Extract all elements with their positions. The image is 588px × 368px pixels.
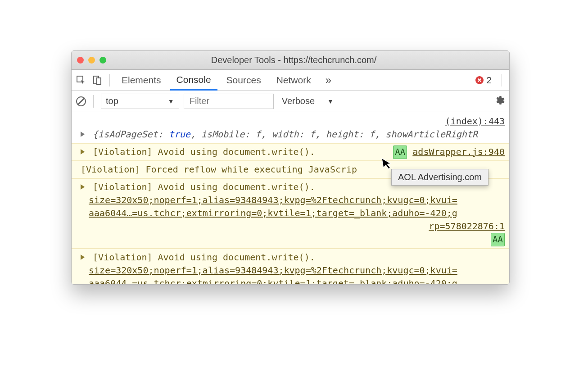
source-link[interactable]: size=320x50;noperf=1;alias=93484943;kvpg… (81, 264, 505, 277)
source-link[interactable]: aaa6044…=us.tchcr;extmirroring=0;kvtile=… (81, 277, 505, 284)
tab-elements[interactable]: Elements (115, 70, 167, 90)
tabs-overflow-icon[interactable]: » (320, 74, 337, 86)
settings-icon[interactable] (494, 95, 505, 108)
close-icon[interactable] (77, 57, 84, 64)
inspect-element-icon[interactable] (74, 73, 88, 87)
chevron-down-icon: ▼ (327, 98, 334, 105)
tab-sources[interactable]: Sources (220, 70, 267, 90)
devtools-window: Developer Tools - https://techcrunch.com… (71, 50, 510, 285)
log-row[interactable]: [Violation] Avoid using document.write()… (72, 178, 509, 249)
source-link[interactable]: rp=578022876:1 (81, 220, 505, 233)
badge-tooltip: AOL Advertising.com (391, 169, 488, 186)
expand-arrow-icon[interactable] (81, 184, 85, 190)
divider (93, 95, 94, 108)
tab-network[interactable]: Network (270, 70, 317, 90)
thirdparty-badge[interactable]: AA (491, 233, 505, 246)
source-link[interactable]: (index):443 (445, 115, 505, 128)
error-count-badge[interactable]: 2 (475, 75, 496, 86)
expand-arrow-icon[interactable] (81, 149, 85, 154)
tab-console[interactable]: Console (170, 70, 217, 91)
log-row[interactable]: (index):443 {isAdPageSet: true, isMobile… (72, 112, 509, 143)
device-toggle-icon[interactable] (90, 73, 104, 87)
source-link[interactable]: adsWrapper.js:940 (412, 146, 505, 157)
expand-arrow-icon[interactable] (81, 254, 85, 260)
log-message: [Violation] Avoid using document.write()… (93, 146, 315, 157)
log-message: [Violation] Avoid using document.write()… (93, 252, 315, 263)
svg-rect-2 (97, 78, 101, 85)
clear-console-icon[interactable] (76, 96, 86, 106)
tabbar: Elements Console Sources Network » 2 (72, 70, 509, 91)
log-message: [Violation] Avoid using document.write()… (93, 182, 315, 192)
error-count: 2 (486, 75, 492, 86)
log-row[interactable]: AA adsWrapper.js:940 [Violation] Avoid u… (72, 143, 509, 161)
context-value: top (106, 96, 118, 106)
divider (109, 74, 110, 86)
log-level-value: Verbose (282, 96, 315, 106)
console-output: (index):443 {isAdPageSet: true, isMobile… (72, 112, 509, 284)
chevron-down-icon: ▼ (168, 98, 174, 105)
source-link[interactable]: size=320x50;noperf=1;alias=93484943;kvpg… (81, 194, 505, 207)
window-title: Developer Tools - https://techcrunch.com… (84, 55, 504, 65)
filter-input[interactable] (184, 94, 274, 109)
console-toolbar: top ▼ Verbose ▼ (72, 91, 509, 112)
log-level-dropdown[interactable]: Verbose ▼ (282, 96, 334, 106)
expand-arrow-icon[interactable] (81, 132, 85, 137)
error-icon (475, 76, 484, 84)
log-object: {isAdPageSet: true, isMobile: f, width: … (93, 129, 478, 140)
source-link[interactable]: aaa6044…=us.tchcr;extmirroring=0;kvtile=… (81, 207, 505, 220)
titlebar: Developer Tools - https://techcrunch.com… (72, 51, 509, 70)
log-row[interactable]: [Violation] Avoid using document.write()… (72, 249, 509, 284)
divider (502, 74, 502, 86)
thirdparty-badge[interactable]: AA (393, 145, 407, 159)
log-message: [Violation] Forced reflow while executin… (81, 164, 357, 175)
context-dropdown[interactable]: top ▼ (101, 94, 179, 109)
